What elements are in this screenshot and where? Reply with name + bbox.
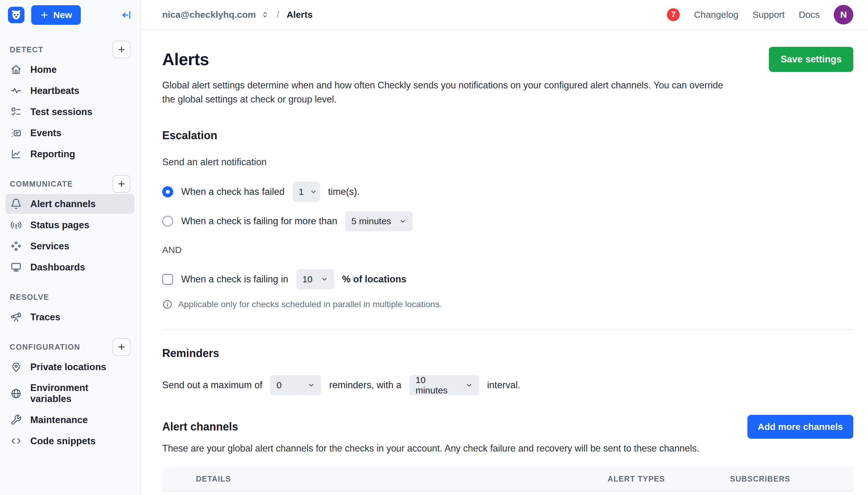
monitor-icon [11, 261, 22, 273]
page-description: Global alert settings determine when and… [162, 78, 725, 106]
escalation-option-failed: When a check has failed 1 time(s). [162, 182, 853, 202]
checklist-icon [11, 106, 22, 118]
collapse-sidebar-icon [121, 9, 132, 21]
telescope-icon [11, 311, 22, 323]
sidebar-item-label: Status pages [30, 220, 89, 231]
sidebar-item-status-pages[interactable]: Status pages [5, 215, 135, 235]
sidebar-item-code-snippets[interactable]: Code snippets [5, 431, 135, 451]
sidebar-item-private-locations[interactable]: Private locations [5, 357, 135, 377]
support-link[interactable]: Support [753, 10, 785, 20]
add-more-channels-button[interactable]: Add more channels [747, 415, 853, 439]
escalation-heading: Escalation [162, 129, 853, 142]
new-button[interactable]: New [31, 5, 81, 25]
sidebar-item-label: Dashboards [30, 262, 85, 273]
sidebar-item-label: Home [30, 64, 56, 75]
sidebar-item-alert-channels[interactable]: Alert channels [5, 194, 135, 214]
sidebar: New DETECT Home Heartbeats [0, 0, 141, 495]
chevron-down-icon [307, 381, 315, 389]
section-head-detect: DETECT [5, 41, 135, 58]
sidebar-item-label: Code snippets [30, 436, 96, 447]
account-name: nica@checklyhq.com [162, 10, 256, 20]
locations-suffix: % of locations [342, 274, 406, 285]
reminders-row: Send out a maximum of 0 reminders, with … [162, 375, 853, 395]
failing-label: When a check is failing for more than [181, 216, 337, 227]
sidebar-item-environment-variables[interactable]: Environment variables [5, 378, 135, 409]
configuration-add-button[interactable] [113, 338, 130, 356]
failed-count-select[interactable]: 1 [293, 182, 320, 202]
sidebar-section-configuration: CONFIGURATION Private locations Environm… [5, 338, 135, 451]
sidebar-item-reporting[interactable]: Reporting [5, 144, 135, 164]
raccoon-icon [10, 9, 22, 21]
plus-icon [40, 11, 49, 20]
locations-note-text: Applicable only for checks scheduled in … [178, 299, 442, 309]
sidebar-item-label: Private locations [30, 362, 106, 373]
sidebar-item-maintenance[interactable]: Maintenance [5, 410, 135, 430]
chevron-down-icon [321, 276, 328, 283]
save-settings-button[interactable]: Save settings [769, 47, 853, 72]
avatar[interactable]: N [834, 5, 853, 24]
wrench-icon [11, 414, 22, 426]
checkly-logo[interactable] [8, 7, 24, 23]
topnav: 7 Changelog Support Docs N [667, 5, 853, 24]
radio-failing[interactable] [162, 216, 173, 227]
breadcrumb-separator: / [277, 10, 279, 20]
sidebar-item-dashboards[interactable]: Dashboards [5, 257, 135, 277]
page-title: Alerts [162, 50, 209, 69]
section-label-resolve: RESOLVE [10, 293, 49, 302]
changelog-count-badge: 7 [667, 8, 680, 21]
sidebar-item-label: Events [30, 127, 62, 139]
reminders-middle: reminders, with a [329, 380, 401, 391]
locations-percent-select[interactable]: 10 [296, 269, 334, 289]
events-icon [11, 127, 22, 139]
sidebar-item-label: Traces [30, 312, 60, 323]
topbar: nica@checklyhq.com / Alerts 7 Changelog … [141, 0, 868, 30]
plus-icon [117, 179, 126, 188]
failing-duration-select[interactable]: 5 minutes [345, 211, 413, 231]
failing-duration-value: 5 minutes [351, 216, 391, 226]
sidebar-item-services[interactable]: Services [5, 236, 135, 256]
docs-link[interactable]: Docs [799, 10, 820, 20]
locations-percent-value: 10 [302, 274, 313, 285]
sidebar-item-test-sessions[interactable]: Test sessions [5, 102, 135, 122]
column-alert-types: ALERT TYPES [607, 475, 730, 483]
sidebar-section-resolve: RESOLVE Traces [5, 288, 135, 327]
plus-icon [117, 45, 126, 54]
reminders-prefix: Send out a maximum of [162, 380, 262, 391]
sidebar-item-home[interactable]: Home [5, 59, 135, 80]
chevron-down-icon [399, 218, 406, 225]
code-icon [11, 436, 22, 447]
sidebar-item-label: Alert channels [30, 199, 96, 209]
sidebar-item-label: Test sessions [30, 106, 93, 118]
escalation-intro: Send an alert notification [162, 157, 853, 168]
section-label-communicate: COMMUNICATE [10, 180, 73, 188]
sidebar-item-label: Services [30, 241, 69, 252]
table-row: Email to nica@checklyhq.com ✓ ! ✕ 5 [162, 492, 853, 495]
locations-checkbox[interactable] [162, 274, 173, 285]
sidebar-item-heartbeats[interactable]: Heartbeats [5, 81, 135, 101]
sidebar-item-label: Maintenance [30, 414, 88, 426]
sidebar-item-traces[interactable]: Traces [5, 307, 135, 327]
escalation-option-failing: When a check is failing for more than 5 … [162, 211, 853, 231]
detect-add-button[interactable] [113, 41, 130, 58]
alert-channels-table: DETAILS ALERT TYPES SUBSCRIBERS Email to… [162, 467, 853, 495]
sidebar-section-communicate: COMMUNICATE Alert channels Status pages … [5, 175, 135, 277]
collapse-sidebar-button[interactable] [121, 9, 132, 21]
changelog-link[interactable]: Changelog [694, 10, 738, 20]
info-icon [162, 299, 173, 310]
reminders-count-select[interactable]: 0 [270, 375, 321, 395]
account-switcher[interactable]: nica@checklyhq.com [162, 10, 269, 20]
section-head-configuration: CONFIGURATION [5, 338, 135, 356]
sidebar-section-detect: DETECT Home Heartbeats Test sessions [5, 41, 135, 164]
sidebar-item-events[interactable]: Events [5, 123, 135, 143]
chevron-updown-icon [261, 11, 269, 19]
plus-icon [117, 342, 126, 352]
communicate-add-button[interactable] [113, 175, 130, 193]
column-subscribers: SUBSCRIBERS [730, 475, 816, 483]
radio-failed[interactable] [162, 186, 173, 197]
failed-label: When a check has failed [181, 186, 285, 197]
broadcast-icon [11, 219, 22, 231]
bell-icon [11, 198, 22, 209]
main-content: Alerts Save settings Global alert settin… [141, 30, 868, 495]
reminders-interval-select[interactable]: 10 minutes [409, 375, 479, 395]
locations-note: Applicable only for checks scheduled in … [162, 299, 853, 310]
